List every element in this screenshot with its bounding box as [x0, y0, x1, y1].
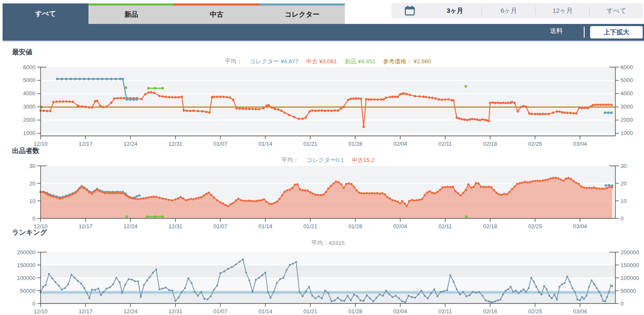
data-point [268, 104, 270, 106]
x-tick-label: 02/18 [483, 308, 497, 315]
data-point [440, 291, 441, 293]
data-point [462, 291, 464, 293]
data-point [194, 291, 195, 293]
chart-0-plot-area[interactable] [41, 67, 615, 136]
x-tick-label: 01/28 [348, 141, 362, 147]
data-point [203, 194, 205, 197]
data-point [470, 186, 472, 188]
data-point [101, 78, 103, 80]
data-point [437, 295, 438, 297]
x-tick-label: 01/28 [348, 223, 362, 230]
data-point [247, 200, 250, 202]
data-point [278, 197, 280, 200]
data-point [227, 268, 229, 270]
y-tick-label-right: 100000 [620, 275, 639, 281]
data-point [159, 289, 160, 290]
data-point [56, 78, 59, 80]
data-point [421, 290, 422, 291]
data-point [81, 185, 83, 188]
data-point [333, 109, 336, 112]
data-point [119, 192, 121, 194]
data-point [578, 106, 581, 109]
data-point [559, 286, 560, 288]
data-point [382, 295, 384, 297]
data-point [426, 191, 428, 194]
data-point [423, 194, 426, 196]
data-point [462, 192, 464, 194]
data-point [62, 100, 65, 103]
data-point [592, 104, 594, 106]
data-point [65, 100, 68, 103]
data-point [143, 284, 145, 286]
data-point [466, 119, 468, 121]
data-point [181, 96, 183, 98]
data-point [54, 281, 56, 283]
y-tick-label-left: 30 [29, 163, 35, 169]
y-tick-label-right: 0 [620, 215, 623, 222]
data-point [70, 78, 72, 80]
data-point [596, 187, 598, 189]
data-point [79, 78, 81, 80]
data-point [59, 197, 61, 200]
data-point [65, 78, 68, 80]
data-point [109, 286, 111, 288]
data-point [99, 190, 101, 192]
y-tick-label-left: 3000 [23, 103, 35, 110]
y-tick-label-left: 0 [32, 215, 35, 222]
data-point [250, 200, 252, 202]
data-point [513, 102, 516, 104]
data-point [153, 215, 156, 218]
y-tick-label-left: 0 [32, 300, 35, 307]
data-point [135, 98, 138, 101]
data-point [327, 109, 329, 112]
data-point [117, 192, 119, 194]
data-point [129, 98, 132, 101]
y-tick-label-right: 2000 [620, 117, 633, 123]
data-point [71, 274, 72, 276]
data-point [271, 106, 273, 109]
data-point [575, 112, 578, 115]
data-point [162, 215, 164, 218]
data-point [321, 109, 323, 112]
data-point [162, 288, 163, 289]
data-point [447, 98, 450, 101]
x-tick-label: 12/24 [124, 223, 138, 230]
data-point [185, 199, 187, 201]
data-point [46, 110, 48, 112]
data-point [414, 297, 416, 299]
data-point [433, 289, 435, 290]
data-point [190, 197, 192, 200]
data-point [340, 107, 343, 110]
data-point [340, 183, 342, 185]
data-point [286, 189, 288, 191]
data-point [381, 192, 383, 194]
data-point [526, 181, 529, 183]
data-point [229, 203, 232, 205]
chart-2: 0050000500001000001000001500001500002000… [17, 249, 639, 315]
data-point [525, 106, 527, 108]
chart-1: 0010102020303012/1012/1712/2412/3101/070… [29, 163, 627, 230]
data-point [297, 118, 300, 120]
data-point [355, 97, 357, 100]
data-point [80, 283, 82, 284]
data-point [255, 200, 257, 202]
data-point [576, 299, 578, 300]
data-point [125, 215, 128, 218]
data-point [414, 95, 416, 97]
x-tick-label: 02/25 [528, 141, 542, 147]
data-point [86, 189, 88, 191]
data-point [507, 102, 509, 104]
y-tick-label-right: 0 [620, 300, 623, 307]
data-point [117, 97, 119, 100]
data-point [74, 277, 75, 279]
data-point [511, 188, 513, 190]
y-tick-label-right: 30 [620, 163, 626, 169]
data-point [517, 110, 519, 113]
data-point [48, 273, 50, 275]
data-point [251, 108, 254, 110]
y-tick-label-left: 10 [29, 198, 35, 204]
data-point [120, 97, 122, 100]
data-point [125, 98, 128, 101]
data-point [581, 107, 583, 109]
data-point [347, 99, 350, 101]
